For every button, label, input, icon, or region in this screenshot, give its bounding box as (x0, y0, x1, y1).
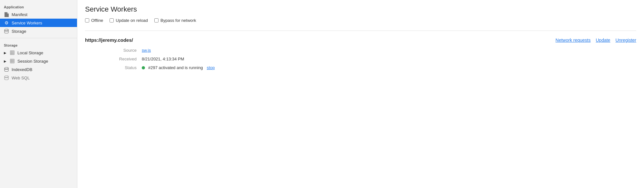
offline-checkbox[interactable] (85, 18, 89, 22)
db-icon-websql (4, 75, 9, 80)
sidebar-item-indexeddb[interactable]: IndexedDB (0, 65, 77, 74)
page-title: Service Workers (85, 5, 636, 13)
sidebar-item-service-workers-label: Service Workers (12, 21, 42, 25)
received-label: Received (111, 57, 137, 61)
stop-link[interactable]: stop (207, 65, 215, 70)
sidebar-item-local-storage[interactable]: ▶ Local Storage (0, 49, 77, 57)
sidebar-section-storage: Storage (0, 41, 77, 49)
svg-point-0 (5, 29, 8, 31)
section-divider (85, 31, 636, 31)
bypass-for-network-checkbox-label[interactable]: Bypass for network (154, 18, 196, 23)
bypass-for-network-checkbox[interactable] (154, 18, 159, 22)
sw-actions: Network requests Update Unregister (555, 38, 636, 43)
source-file-link[interactable]: sw.js (142, 48, 151, 53)
sidebar-item-session-storage[interactable]: ▶ Session Storage (0, 57, 77, 65)
sw-details: Source sw.js Received 8/21/2021, 4:13:34… (85, 48, 636, 70)
storage-icon (4, 29, 9, 34)
gear-icon: ⚙ (4, 20, 9, 25)
sidebar-item-local-storage-label: Local Storage (17, 50, 43, 55)
update-on-reload-checkbox[interactable] (110, 18, 114, 22)
sw-url-row: https://jeremy.codes/ Network requests U… (85, 37, 636, 43)
sw-status-row: Status #297 activated and is running sto… (111, 65, 636, 70)
sidebar-item-service-workers[interactable]: ⚙ Service Workers (0, 19, 77, 27)
sidebar-section-application: Application (0, 3, 77, 10)
svg-point-12 (5, 67, 8, 69)
sidebar-item-manifest-label: Manifest (12, 12, 27, 17)
table-icon-session (10, 58, 15, 64)
expand-arrow-session-storage: ▶ (4, 59, 6, 63)
main-content: Service Workers Offline Update on reload… (77, 0, 644, 188)
update-on-reload-label: Update on reload (116, 18, 148, 23)
unregister-link[interactable]: Unregister (615, 38, 636, 43)
status-text: #297 activated and is running (148, 65, 203, 70)
received-value: 8/21/2021, 4:13:34 PM (142, 57, 184, 61)
service-worker-entry: https://jeremy.codes/ Network requests U… (85, 37, 636, 80)
sw-source-row: Source sw.js (111, 48, 636, 53)
update-on-reload-checkbox-label[interactable]: Update on reload (110, 18, 148, 23)
sidebar-item-indexeddb-label: IndexedDB (12, 67, 32, 72)
sidebar-item-websql[interactable]: Web SQL (0, 74, 77, 82)
svg-rect-2 (10, 51, 14, 55)
network-requests-link[interactable]: Network requests (555, 38, 591, 43)
svg-point-14 (5, 76, 8, 77)
sidebar-item-app-storage[interactable]: Storage (0, 27, 77, 35)
sidebar-item-websql-label: Web SQL (12, 76, 30, 80)
source-label: Source (111, 48, 137, 53)
sidebar-divider (0, 38, 77, 38)
status-content: #297 activated and is running stop (142, 65, 215, 70)
status-dot (142, 66, 145, 69)
document-icon (4, 12, 9, 17)
sidebar: Application Manifest ⚙ Service Workers S… (0, 0, 77, 188)
db-icon-indexed (4, 67, 9, 72)
sw-url: https://jeremy.codes/ (85, 37, 133, 43)
options-row: Offline Update on reload Bypass for netw… (85, 18, 636, 23)
offline-checkbox-label[interactable]: Offline (85, 18, 103, 23)
sidebar-item-app-storage-label: Storage (12, 29, 26, 34)
bypass-for-network-label: Bypass for network (160, 18, 196, 23)
sw-received-row: Received 8/21/2021, 4:13:34 PM (111, 57, 636, 61)
expand-arrow-local-storage: ▶ (4, 51, 6, 55)
update-link[interactable]: Update (596, 38, 610, 43)
sidebar-item-session-storage-label: Session Storage (17, 59, 48, 64)
svg-rect-7 (10, 59, 14, 63)
offline-label: Offline (91, 18, 103, 23)
sidebar-item-manifest[interactable]: Manifest (0, 10, 77, 19)
table-icon-local (10, 50, 15, 55)
status-label: Status (111, 65, 137, 70)
